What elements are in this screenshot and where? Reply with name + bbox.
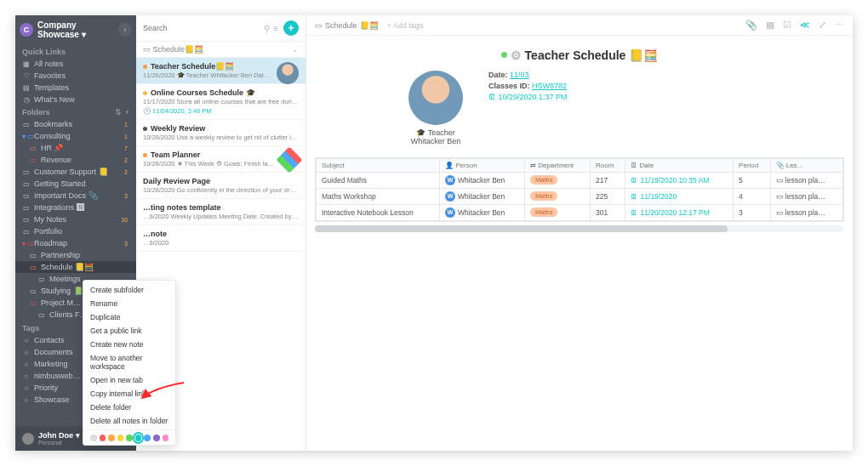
color-swatch[interactable] — [108, 435, 115, 441]
context-menu-item[interactable]: Create subfolder — [83, 283, 175, 297]
add-note-button[interactable]: + — [283, 20, 299, 36]
workspace-name: Company Showcase ▾ — [37, 20, 118, 39]
folder-item[interactable]: ▭Getting Started — [15, 178, 136, 190]
hero-info: Date: 11/03 Classes ID: HSW8782 🗓 10/29/… — [488, 71, 568, 104]
workspace-avatar: C — [20, 23, 33, 37]
note-item[interactable]: Online Courses Schedule 🎓11/17/2020 Stor… — [136, 84, 306, 120]
table-row[interactable]: Interactive Notebook Lesson WWhitacker B… — [317, 204, 843, 220]
timestamp[interactable]: 🗓 10/29/2020 1:37 PM — [488, 93, 568, 101]
folders-title-row: Folders ⇅ + — [15, 105, 136, 118]
collapse-sidebar-icon[interactable]: ‹ — [118, 23, 132, 37]
schedule-table: Subject👤 Person⇄ DepartmentRoom🗓 DatePer… — [316, 158, 843, 221]
folder-item[interactable]: ▭HR 📌7 — [15, 142, 136, 154]
top-actions: 📎 ▦ ☑ ≪ ⤢ ⋯ — [745, 20, 844, 31]
table-header[interactable]: 📎 Les… — [770, 158, 843, 172]
status-dot-icon — [501, 52, 507, 58]
quick-link-item[interactable]: ▦All notes — [15, 58, 136, 70]
context-menu-item[interactable]: Open in new tab — [83, 373, 175, 387]
horizontal-scrollbar[interactable] — [315, 225, 844, 232]
color-swatch[interactable] — [163, 435, 169, 441]
table-header[interactable]: Room — [590, 158, 625, 172]
list-breadcrumb[interactable]: ▭ Schedule 📒🧮 ⌄ — [136, 42, 306, 58]
folder-item[interactable]: ▭Partnership — [15, 249, 136, 261]
table-header[interactable]: 👤 Person — [440, 158, 525, 172]
more-icon[interactable]: ⋯ — [835, 20, 844, 31]
folder-icon: ▭ — [143, 45, 153, 54]
table-header[interactable]: Subject — [317, 158, 440, 172]
context-menu-item[interactable]: Copy internal link — [83, 387, 175, 401]
quick-links-title: Quick Links — [15, 44, 136, 58]
workspace-switcher[interactable]: C Company Showcase ▾ ‹ — [15, 15, 136, 44]
scrollbar-thumb[interactable] — [315, 225, 728, 232]
folder-context-menu: Create subfolderRenameDuplicateGet a pub… — [83, 280, 176, 446]
quick-link-item[interactable]: ◷What's New — [15, 94, 136, 105]
breadcrumb[interactable]: ▭ Schedule📒🧮 — [315, 21, 379, 30]
chevron-down-icon[interactable]: ⌄ — [292, 45, 299, 54]
folder-item[interactable]: ▭Integrations 🅽 — [15, 202, 136, 213]
context-menu-item[interactable]: Rename — [83, 297, 175, 310]
table-header[interactable]: Period — [734, 158, 770, 172]
color-swatch[interactable] — [126, 435, 133, 441]
page-title: ⚙ Teacher Schedule 📒🧮 — [306, 36, 853, 65]
user-avatar — [22, 433, 34, 445]
share-icon[interactable]: ≪ — [800, 20, 810, 31]
settings-icon[interactable]: ≡ — [273, 24, 278, 33]
search-input[interactable] — [143, 24, 260, 32]
expand-icon[interactable]: ⤢ — [819, 20, 826, 31]
context-menu-item[interactable]: Get a public link — [83, 324, 175, 338]
note-item[interactable]: Daily Review Page10/28/2020 Go confident… — [136, 173, 306, 199]
folder-color-picker[interactable] — [83, 432, 175, 442]
folder-item[interactable]: ▭Important Docs 📎3 — [15, 190, 136, 202]
folder-item[interactable]: ▭Customer Support 📒2 — [15, 166, 136, 178]
color-swatch[interactable] — [117, 435, 124, 441]
note-item[interactable]: Team Planner10/28/2020 ★ This Week ⚙ Goa… — [136, 146, 306, 173]
teacher-photo — [408, 71, 463, 125]
quick-link-item[interactable]: ▤Templates — [15, 82, 136, 94]
table-row[interactable]: Guided Maths WWhitacker Ben Maths 217 🗓 … — [317, 172, 843, 188]
color-swatch[interactable] — [100, 435, 106, 441]
folder-icon: ▭ — [315, 21, 323, 30]
main-panel: ▭ Schedule📒🧮 + Add tags 📎 ▦ ☑ ≪ ⤢ ⋯ ⚙ Te… — [306, 15, 853, 451]
note-item[interactable]: …note…8/2020 — [136, 225, 306, 252]
folder-item[interactable]: ▾ ▭Consulting1 — [15, 130, 136, 142]
context-menu-item[interactable]: Move to another workspace — [83, 351, 175, 373]
context-menu-item[interactable]: Create new note — [83, 338, 175, 351]
table-row[interactable]: Maths Workshop WWhitacker Ben Maths 225 … — [317, 188, 843, 204]
color-swatch[interactable] — [153, 435, 160, 441]
grid-icon[interactable]: ▦ — [766, 20, 774, 31]
folder-item[interactable]: ▭Bookmarks1 — [15, 118, 136, 130]
folder-item[interactable]: ▭Portfolio — [15, 225, 136, 237]
context-menu-item[interactable]: Duplicate — [83, 310, 175, 324]
add-tags-label[interactable]: + Add tags — [387, 21, 424, 30]
folder-item[interactable]: ▭My Notes10 — [15, 213, 136, 225]
table-header[interactable]: ⇄ Department — [525, 158, 591, 172]
hero-person-card: 🎓 Teacher Whitacker Ben — [408, 71, 463, 145]
add-folder-icon[interactable]: + — [125, 108, 129, 116]
note-item[interactable]: Weekly Review10/28/2020 Use a weekly rev… — [136, 120, 306, 146]
folder-item[interactable]: ▭Schedule 📒🧮 — [15, 261, 136, 273]
color-swatch[interactable] — [90, 435, 97, 441]
color-swatch[interactable] — [144, 435, 151, 441]
note-item[interactable]: …ting notes template…8/2020 Weekly Updat… — [136, 199, 306, 225]
filter-icon[interactable]: ⚲ — [264, 24, 270, 33]
note-thumbnail-icon — [276, 146, 302, 173]
attach-icon[interactable]: 📎 — [745, 20, 757, 31]
context-menu-item[interactable]: Delete folder — [83, 401, 175, 414]
date-link[interactable]: 11/03 — [510, 71, 529, 79]
sort-folders-icon[interactable]: ⇅ — [115, 108, 122, 116]
checklist-icon[interactable]: ☑ — [783, 20, 791, 31]
note-item[interactable]: Teacher Schedule📒🧮11/26/2020 🎓 Teacher W… — [136, 58, 306, 84]
quick-link-item[interactable]: ♡Favorites — [15, 70, 136, 82]
folder-item[interactable]: ▾ ▭Roadmap3 — [15, 237, 136, 249]
folder-item[interactable]: ▭Revenue2 — [15, 154, 136, 166]
classes-link[interactable]: HSW8782 — [532, 82, 567, 90]
context-menu-item[interactable]: Delete all notes in folder — [83, 414, 175, 428]
schedule-table-wrap: Subject👤 Person⇄ DepartmentRoom🗓 DatePer… — [315, 157, 844, 222]
note-thumbnail — [277, 62, 299, 84]
table-header[interactable]: 🗓 Date — [625, 158, 734, 172]
color-swatch[interactable] — [135, 435, 142, 441]
